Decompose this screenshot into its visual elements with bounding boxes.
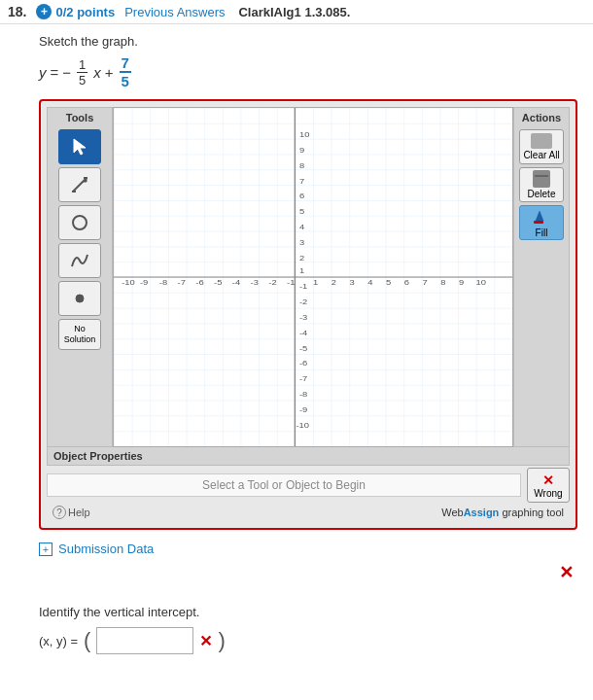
arrow-tool-button[interactable] [58, 129, 101, 164]
clear-all-icon [531, 133, 552, 149]
svg-text:-1: -1 [287, 278, 296, 287]
svg-text:7: 7 [299, 176, 304, 185]
delete-label: Delete [528, 189, 556, 199]
svg-text:4: 4 [367, 278, 372, 287]
eq-minus: − [62, 64, 71, 81]
svg-text:-2: -2 [268, 278, 277, 287]
vert-intercept-section: Identify the vertical intercept. (x, y) … [0, 595, 593, 664]
obj-properties-section: Object Properties Select a Tool or Objec… [47, 447, 570, 503]
svg-marker-0 [74, 139, 86, 155]
svg-text:-7: -7 [299, 374, 308, 383]
svg-text:-10: -10 [122, 278, 135, 287]
red-x-button[interactable]: ✕ [559, 562, 574, 583]
graph-bottom-bar: ? Help WebAssign graphing tool [47, 503, 570, 522]
svg-text:-6: -6 [195, 278, 204, 287]
svg-text:1: 1 [299, 266, 304, 275]
clear-all-button[interactable]: Clear All [519, 129, 564, 164]
fill-label: Fill [536, 228, 548, 238]
submission-data-toggle[interactable]: + Submission Data [39, 538, 577, 560]
help-circle-icon: ? [52, 506, 66, 519]
fraction-1: 1 5 [77, 57, 87, 88]
red-x-corner: ✕ [39, 560, 577, 585]
no-solution-button[interactable]: No Solution [58, 319, 101, 350]
eq-y: y [39, 64, 47, 81]
intercept-input-label: (x, y) = [39, 634, 78, 648]
tools-title: Tools [52, 112, 108, 123]
help-label: Help [68, 507, 90, 518]
tools-panel: Tools [47, 107, 113, 447]
wrong-button[interactable]: ✕ Wrong [527, 468, 570, 503]
problem-number: 18. [8, 4, 26, 19]
svg-text:-3: -3 [299, 312, 308, 321]
svg-text:4: 4 [299, 223, 304, 231]
plus-circle-icon: + [36, 4, 52, 19]
svg-text:-7: -7 [178, 278, 187, 287]
obj-properties-content: Select a Tool or Object to Begin ✕ Wrong [47, 468, 570, 503]
svg-text:9: 9 [299, 145, 304, 154]
svg-text:-8: -8 [299, 390, 308, 399]
wrong-x-icon: ✕ [542, 472, 554, 488]
points-badge: + 0/2 points [36, 4, 115, 19]
brand-suffix: graphing tool [499, 507, 564, 518]
svg-point-6 [76, 295, 84, 302]
line-tool-button[interactable] [58, 167, 101, 202]
graph-tool-inner: Tools [47, 107, 570, 522]
frac2-numer: 7 [120, 54, 131, 73]
clear-all-label: Clear All [523, 150, 559, 160]
svg-text:7: 7 [422, 278, 427, 287]
equation-display: y = − 1 5 x + 7 5 [39, 54, 577, 89]
svg-text:2: 2 [331, 278, 336, 287]
no-solution-label: No Solution [59, 324, 100, 345]
svg-rect-54 [534, 221, 543, 224]
curve-tool-button[interactable] [58, 243, 101, 278]
eq-x: x [93, 64, 101, 81]
intercept-input-field[interactable] [96, 627, 193, 654]
circle-tool-button[interactable] [58, 205, 101, 240]
svg-rect-53 [535, 175, 548, 177]
frac1-denom: 5 [79, 73, 86, 88]
points-text: 0/2 points [55, 5, 115, 19]
problem-header: 18. + 0/2 points Previous Answers ClarkI… [0, 0, 593, 24]
submission-data-expand-icon: + [39, 542, 52, 556]
fill-icon [533, 207, 550, 227]
svg-text:1: 1 [313, 278, 318, 287]
vert-intercept-label: Identify the vertical intercept. [39, 605, 577, 619]
frac2-denom: 5 [122, 73, 129, 89]
webassign-brand: WebAssign graphing tool [441, 507, 564, 518]
submission-data-label: Submission Data [58, 542, 154, 556]
svg-text:-5: -5 [299, 343, 308, 352]
fill-button[interactable]: Fill [519, 205, 564, 240]
svg-text:-4: -4 [299, 328, 308, 336]
previous-answers-link[interactable]: Previous Answers [124, 5, 225, 19]
svg-text:8: 8 [299, 160, 304, 169]
svg-text:9: 9 [459, 278, 464, 287]
graph-main-row: Tools [47, 107, 570, 447]
svg-text:5: 5 [386, 278, 391, 287]
svg-point-5 [73, 216, 87, 229]
svg-text:6: 6 [299, 192, 304, 200]
actions-panel: Actions Clear All Del [513, 107, 570, 447]
intercept-clear-button[interactable]: ✕ [199, 632, 212, 650]
graph-tool-container: Tools [39, 99, 577, 530]
delete-button[interactable]: Delete [519, 167, 564, 202]
svg-text:2: 2 [299, 254, 304, 262]
svg-text:8: 8 [440, 278, 445, 287]
svg-text:5: 5 [299, 207, 304, 216]
grid-svg: 10 9 8 7 6 5 4 3 2 1 -1 -2 -3 -4 [114, 108, 512, 446]
svg-text:-9: -9 [299, 405, 308, 414]
brand-web: Web [441, 507, 463, 518]
point-tool-button[interactable] [58, 281, 101, 316]
eq-equals: = [51, 64, 59, 81]
svg-text:-10: -10 [296, 421, 309, 430]
trash-icon [533, 170, 550, 188]
obj-properties-title: Object Properties [47, 447, 570, 466]
svg-text:-4: -4 [232, 278, 241, 287]
problem-id: ClarkIAlg1 1.3.085. [238, 5, 350, 19]
svg-text:-5: -5 [214, 278, 223, 287]
svg-text:-1: -1 [299, 282, 308, 291]
fraction-2: 7 5 [120, 54, 131, 89]
close-paren: ) [218, 628, 225, 653]
help-link[interactable]: ? Help [52, 506, 90, 519]
svg-text:-8: -8 [159, 278, 168, 287]
graph-canvas[interactable]: 10 9 8 7 6 5 4 3 2 1 -1 -2 -3 -4 [113, 107, 513, 447]
